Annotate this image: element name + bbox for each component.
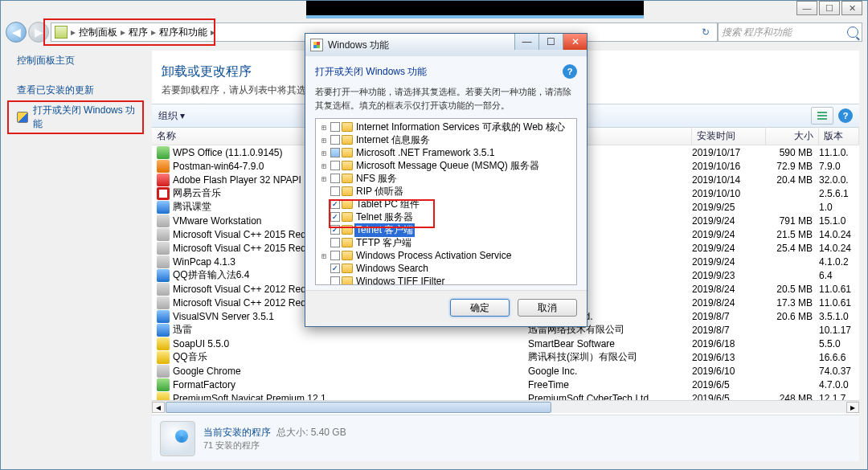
tree-item[interactable]: ⊞Windows Process Activation Service (316, 249, 576, 262)
maximize-button[interactable]: ☐ (819, 1, 840, 15)
col-size[interactable]: 大小 (766, 127, 819, 145)
feature-label: Microsoft .NET Framework 3.5.1 (354, 147, 497, 158)
expand-toggle[interactable]: ⊞ (319, 251, 329, 260)
program-version: 2.5.6.1 (819, 188, 859, 199)
feature-checkbox[interactable] (330, 251, 340, 260)
feature-checkbox[interactable] (330, 212, 340, 222)
table-row[interactable]: SoapUI 5.5.0SmartBear Software2019/6/185… (152, 337, 859, 350)
program-version: 74.0.37 (819, 366, 859, 377)
sidebar-updates[interactable]: 查看已安装的更新 (7, 80, 144, 100)
tree-item[interactable]: ⊞Internet 信息服务 (316, 133, 576, 146)
sidebar-home[interactable]: 控制面板主页 (7, 51, 144, 71)
tree-item[interactable]: Tablet PC 组件 (316, 198, 576, 210)
program-date: 2019/9/24 (692, 229, 766, 240)
tree-item[interactable]: Windows Search (316, 262, 576, 275)
program-name: Adobe Flash Player 32 NPAPI (173, 174, 301, 186)
help-button[interactable]: ? (838, 108, 853, 123)
feature-label: Telnet 客户端 (354, 223, 415, 237)
sidebar-item-label: 打开或关闭 Windows 功能 (33, 104, 142, 131)
expand-toggle[interactable]: ⊞ (319, 136, 329, 145)
program-size: 25.4 MB (766, 243, 819, 254)
feature-checkbox[interactable] (330, 264, 340, 273)
refresh-icon[interactable]: ↻ (698, 27, 714, 38)
close-button[interactable]: ✕ (841, 1, 862, 15)
tree-item[interactable]: Windows TIFF IFilter (316, 275, 576, 285)
scroll-right-arrow[interactable]: ▸ (846, 402, 859, 413)
dialog-titlebar[interactable]: Windows 功能 — ☐ ✕ (305, 34, 587, 56)
col-version[interactable]: 版本 (819, 127, 859, 145)
sidebar-windows-features[interactable]: 打开或关闭 Windows 功能 (7, 100, 144, 134)
program-icon (157, 378, 170, 391)
tree-item[interactable]: ⊞Internet Information Services 可承载的 Web … (316, 121, 576, 133)
program-icon (157, 215, 170, 227)
feature-checkbox[interactable] (330, 199, 340, 209)
tree-item[interactable]: Telnet 服务器 (316, 210, 576, 223)
folder-icon (342, 225, 353, 235)
svg-rect-1 (817, 115, 827, 116)
breadcrumb-item[interactable]: 程序 (129, 26, 148, 39)
tree-item[interactable]: Telnet 客户端 (316, 223, 576, 236)
program-date: 2019/6/10 (692, 366, 766, 377)
minimize-button[interactable]: — (796, 1, 817, 15)
tree-item[interactable]: ⊞NFS 服务 (316, 172, 576, 185)
dialog-min-button[interactable]: — (514, 34, 538, 50)
feature-checkbox[interactable] (330, 122, 340, 132)
scroll-thumb[interactable] (166, 402, 551, 413)
table-row[interactable]: Google ChromeGoogle Inc.2019/6/1074.0.37 (152, 364, 859, 378)
expand-toggle[interactable]: ⊞ (319, 123, 329, 132)
scroll-left-arrow[interactable]: ◂ (152, 402, 165, 413)
folder-icon (342, 276, 353, 285)
program-icon (157, 296, 170, 309)
feature-checkbox[interactable] (330, 186, 340, 196)
col-date[interactable]: 安装时间 (692, 127, 766, 145)
program-name: WPS Office (11.1.0.9145) (173, 147, 283, 158)
dialog-close-button[interactable]: ✕ (563, 34, 587, 50)
features-tree[interactable]: ⊞Internet Information Services 可承载的 Web … (315, 118, 577, 285)
program-icon (157, 201, 170, 214)
feature-checkbox[interactable] (330, 148, 340, 157)
cancel-button[interactable]: 取消 (518, 299, 577, 317)
feature-checkbox[interactable] (330, 174, 340, 183)
media-bar-remnant (306, 1, 644, 18)
tree-item[interactable]: ⊞Microsoft Message Queue (MSMQ) 服务器 (316, 159, 576, 172)
tree-item[interactable]: TFTP 客户端 (316, 236, 576, 249)
program-name: Google Chrome (173, 366, 241, 377)
ok-button[interactable]: 确定 (450, 299, 510, 317)
program-name: 腾讯课堂 (173, 200, 211, 214)
separator-icon: ▸ (151, 27, 156, 38)
feature-checkbox[interactable] (330, 238, 340, 247)
dialog-max-button[interactable]: ☐ (538, 34, 563, 50)
tree-item[interactable]: ⊞Microsoft .NET Framework 3.5.1 (316, 146, 576, 159)
search-placeholder: 搜索 程序和功能 (722, 26, 792, 39)
view-menu-button[interactable] (811, 107, 833, 125)
tree-item[interactable]: RIP 侦听器 (316, 185, 576, 198)
program-date: 2019/8/24 (692, 284, 766, 295)
feature-checkbox[interactable] (330, 276, 340, 285)
search-input[interactable]: 搜索 程序和功能 (718, 22, 862, 42)
program-version: 15.1.0 (819, 215, 859, 227)
expand-toggle[interactable]: ⊞ (319, 174, 329, 183)
program-name: Microsoft Visual C++ 2012 Redi (173, 297, 309, 309)
program-name: Postman-win64-7.9.0 (173, 161, 264, 172)
separator-icon: ▸ (71, 27, 76, 38)
horizontal-scrollbar[interactable]: ◂ ▸ (152, 400, 859, 413)
program-date: 2019/9/24 (692, 243, 766, 254)
table-row[interactable]: QQ音乐腾讯科技(深圳）有限公司2019/6/1316.6.6 (152, 350, 859, 364)
organize-button[interactable]: 组织 ▾ (158, 109, 185, 123)
nav-back-button[interactable]: ◀ (6, 22, 27, 43)
dialog-help-button[interactable]: ? (563, 64, 577, 79)
breadcrumb-item[interactable]: 程序和功能 (159, 26, 207, 39)
expand-toggle[interactable]: ⊞ (319, 149, 329, 157)
folder-icon (342, 199, 353, 209)
program-date: 2019/8/7 (692, 325, 766, 336)
feature-label: TFTP 客户端 (354, 236, 413, 250)
feature-checkbox[interactable] (330, 161, 340, 170)
feature-checkbox[interactable] (330, 135, 340, 145)
table-row[interactable]: FormatFactoryFreeTime2019/6/54.7.0.0 (152, 378, 859, 391)
feature-checkbox[interactable] (330, 225, 340, 235)
expand-toggle[interactable]: ⊞ (319, 161, 329, 170)
breadcrumb-item[interactable]: 控制面板 (79, 26, 117, 39)
nav-forward-button[interactable]: ▶ (28, 22, 49, 43)
feature-label: Internet 信息服务 (354, 133, 432, 147)
program-size: 20.6 MB (766, 311, 819, 322)
